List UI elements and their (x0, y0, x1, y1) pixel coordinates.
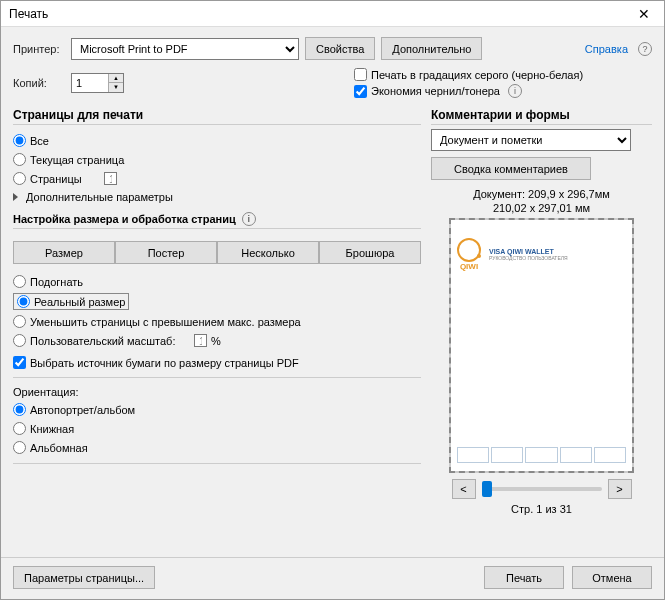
help-icon[interactable]: ? (638, 42, 652, 56)
advanced-button[interactable]: Дополнительно (381, 37, 482, 60)
shrink-radio[interactable] (13, 315, 26, 328)
info-icon[interactable]: i (508, 84, 522, 98)
comments-select[interactable]: Документ и пометки (431, 129, 631, 151)
help-link[interactable]: Справка (585, 43, 628, 55)
prev-page-button[interactable]: < (452, 479, 476, 499)
next-page-button[interactable]: > (608, 479, 632, 499)
triangle-right-icon (13, 193, 18, 201)
page-setup-button[interactable]: Параметры страницы... (13, 566, 155, 589)
info-icon[interactable]: i (242, 212, 256, 226)
actual-size-label: Реальный размер (34, 296, 125, 308)
tab-multiple[interactable]: Несколько (217, 241, 319, 264)
actual-size-radio[interactable] (17, 295, 30, 308)
properties-button[interactable]: Свойства (305, 37, 375, 60)
pages-range-label: Страницы (30, 173, 100, 185)
document-size-label: Документ: 209,9 x 296,7мм (473, 188, 610, 200)
printer-select[interactable]: Microsoft Print to PDF (71, 38, 299, 60)
grayscale-label: Печать в градациях серого (черно-белая) (371, 69, 583, 81)
preview-footer (457, 447, 626, 463)
sizing-group-title: Настройка размера и обработка страниц i (13, 208, 421, 229)
page-slider[interactable] (482, 487, 602, 491)
choose-source-label: Выбрать источник бумаги по размеру стран… (30, 357, 299, 369)
window-title: Печать (9, 7, 632, 21)
orient-portrait-radio[interactable] (13, 422, 26, 435)
preview-doc-title: VISA QIWI WALLET (489, 248, 568, 255)
orient-landscape-radio[interactable] (13, 441, 26, 454)
spin-up-icon[interactable]: ▲ (109, 74, 123, 83)
custom-scale-unit: % (211, 335, 221, 347)
tab-size[interactable]: Размер (13, 241, 115, 264)
preview-doc-subtitle: РУКОВОДСТВО ПОЛЬЗОВАТЕЛЯ (489, 255, 568, 261)
copies-stepper[interactable]: ▲ ▼ (71, 73, 124, 93)
cancel-button[interactable]: Отмена (572, 566, 652, 589)
qiwi-brand: QIWI (460, 262, 478, 271)
tab-booklet[interactable]: Брошюра (319, 241, 421, 264)
fit-radio[interactable] (13, 275, 26, 288)
custom-scale-input[interactable] (194, 334, 207, 347)
print-button[interactable]: Печать (484, 566, 564, 589)
savetoner-checkbox[interactable] (354, 85, 367, 98)
shrink-label: Уменьшить страницы с превышением макс. р… (30, 316, 301, 328)
qiwi-logo-icon (457, 238, 481, 262)
pages-range-input[interactable] (104, 172, 117, 185)
comments-group-title: Комментарии и формы (431, 104, 652, 125)
choose-source-checkbox[interactable] (13, 356, 26, 369)
close-icon[interactable]: ✕ (632, 4, 656, 24)
pages-group-title: Страницы для печати (13, 104, 421, 125)
print-preview: QIWI VISA QIWI WALLET РУКОВОДСТВО ПОЛЬЗО… (449, 218, 634, 473)
custom-scale-radio[interactable] (13, 334, 26, 347)
pages-range-radio[interactable] (13, 172, 26, 185)
printer-label: Принтер: (13, 43, 65, 55)
orient-auto-radio[interactable] (13, 403, 26, 416)
pages-all-label: Все (30, 135, 49, 147)
fit-label: Подогнать (30, 276, 83, 288)
pages-all-radio[interactable] (13, 134, 26, 147)
more-options-toggle[interactable]: Дополнительные параметры (13, 190, 421, 204)
slider-thumb[interactable] (482, 481, 492, 497)
page-size-label: 210,02 x 297,01 мм (493, 202, 590, 214)
orient-auto-label: Автопортрет/альбом (30, 404, 135, 416)
spin-down-icon[interactable]: ▼ (109, 83, 123, 92)
summarize-comments-button[interactable]: Сводка комментариев (431, 157, 591, 180)
page-counter: Стр. 1 из 31 (511, 503, 572, 515)
copies-input[interactable] (72, 74, 108, 92)
orientation-title: Ориентация: (13, 386, 421, 398)
orient-landscape-label: Альбомная (30, 442, 88, 454)
orient-portrait-label: Книжная (30, 423, 74, 435)
pages-current-radio[interactable] (13, 153, 26, 166)
pages-current-label: Текущая страница (30, 154, 124, 166)
tab-poster[interactable]: Постер (115, 241, 217, 264)
savetoner-label: Экономия чернил/тонера (371, 85, 500, 97)
grayscale-checkbox[interactable] (354, 68, 367, 81)
custom-scale-label: Пользовательский масштаб: (30, 335, 190, 347)
more-options-label: Дополнительные параметры (26, 191, 173, 203)
copies-label: Копий: (13, 77, 65, 89)
